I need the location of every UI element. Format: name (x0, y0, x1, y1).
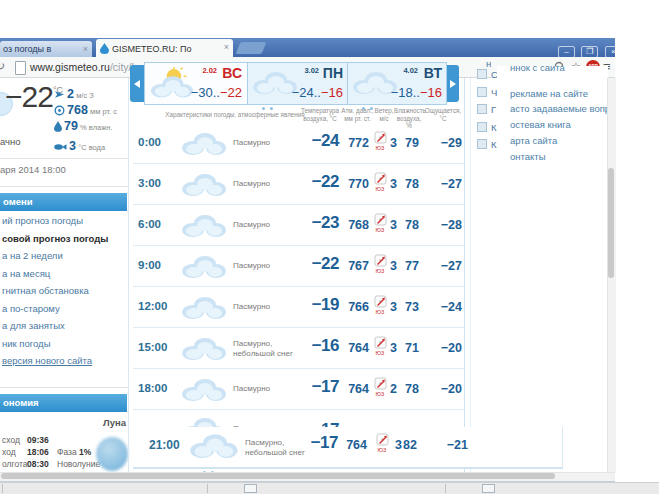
col-header-conditions: Характеристики погоды, атмосферные явлен… (160, 111, 310, 119)
desktop: оз погоды в × GISMETEO.RU: По × – ❐ × ↻ … (0, 0, 659, 494)
divider (464, 78, 465, 472)
wind-compass-icon (376, 433, 389, 446)
link-sitemap[interactable]: арта сайта (510, 135, 557, 146)
col-header-feels: Ощущается, °C (424, 107, 462, 122)
reload-icon[interactable]: ↻ (0, 59, 5, 73)
taskbar (0, 482, 659, 494)
current-pressure: 768 мм рт. с (54, 103, 117, 117)
forecast-row-1500: 15:00 Пасмурно, небольшой снег −16 764 Ю… (133, 328, 464, 369)
list-bullet-icon (477, 139, 487, 149)
sidebar-item-geomagnetic[interactable]: гнитная обстановка (2, 285, 108, 303)
list-bullet-icon (477, 87, 487, 97)
browser-tab-1[interactable]: оз погоды в × (0, 41, 92, 57)
horizontal-scrollbar-thumb[interactable] (1, 473, 555, 479)
day-abbr: ВТ (424, 65, 442, 81)
sidebar-item-hourly-forecast[interactable]: совой прогноз погоды (2, 233, 108, 251)
sidebar-item-2weeks[interactable]: а на 2 недели (2, 250, 108, 268)
wind-compass-icon (374, 336, 387, 349)
forecast-row-0300: 3:00 Пасмурно −22 770 ЮЗ 3 78 −27 (133, 164, 464, 205)
vertical-scrollbar-thumb[interactable] (608, 168, 614, 278)
cloud-icon (181, 376, 227, 402)
day-date: 2.02 (202, 66, 217, 75)
current-water: 3 °C вода (54, 139, 105, 153)
link-site-fragment[interactable]: ннок с сайта (510, 66, 565, 73)
col-header-humidity: Влажность воздуха, % (394, 107, 424, 130)
cloud-icon (181, 294, 227, 320)
link-faq[interactable]: асто задаваемые вопро (510, 103, 608, 114)
new-tab-button[interactable] (236, 42, 267, 54)
browser-tab-2-active[interactable]: GISMETEO.RU: По × (96, 39, 233, 57)
restore-button[interactable]: ❐ (581, 46, 598, 58)
sidebar-menu: ий прогноз погоды совой прогноз погоды а… (2, 215, 108, 373)
link-contacts[interactable]: онтакты (510, 151, 546, 162)
sidebar-item-month[interactable]: а на месяц (2, 268, 108, 286)
forecast-row-0600: 6:00 Пасмурно −23 768 ЮЗ 3 78 −28 (133, 205, 464, 246)
water-fish-icon (54, 143, 67, 151)
list-bullet-icon (477, 69, 487, 79)
astro-values: 09:3618:0608:30 (27, 434, 49, 470)
sun-cloud-icon (147, 67, 197, 99)
forecast-row-0900: 9:00 Пасмурно −22 767 ЮЗ 3 77 −27 (133, 246, 464, 287)
wind-compass-icon (374, 254, 387, 267)
current-wind: 2 м/с З (54, 87, 94, 101)
next-days-arrow-button[interactable] (447, 65, 459, 102)
gismeteo-favicon-drop-icon (100, 43, 109, 54)
day-date: 3.02 (304, 66, 319, 75)
site-links-panel: ннок с сайта рекламе на сайте асто задав… (497, 66, 608, 316)
forecast-row-1800: 18:00 Пасмурно −17 764 ЮЗ 2 78 −20 (133, 369, 464, 410)
page-icon (15, 61, 26, 75)
wind-compass-icon (374, 377, 387, 390)
sidebar-item-for-busy[interactable]: а для занятых (2, 320, 108, 338)
cloud-snow-icon (181, 335, 227, 361)
forecast-row-2100-overlay: 21:00 Пасмурно, небольшой снег −17 764 Ю… (133, 427, 563, 469)
day-card-tuesday[interactable]: 4.02 ВТ −18..−16 (348, 62, 447, 105)
sidebar-item-beta-new-site[interactable]: версия нового сайта (2, 355, 108, 373)
tab-label: GISMETEO.RU: По (112, 44, 191, 54)
sidebar-section-header-astronomy: ономия (0, 394, 127, 412)
current-humidity: 79 % влажн. (54, 119, 112, 133)
pressure-gauge-icon (54, 105, 65, 116)
taskbar-divider (207, 484, 208, 493)
divider (0, 158, 128, 159)
tab-close-icon[interactable]: × (83, 44, 88, 54)
browser-titlebar (0, 38, 615, 57)
wind-compass-icon (374, 172, 387, 185)
moon-phase: Фаза 1% Новолуние (57, 446, 100, 470)
moon-image (96, 437, 128, 471)
link-guestbook[interactable]: остевая книга (510, 119, 571, 130)
day-date: 4.02 (403, 66, 418, 75)
day-card-monday[interactable]: 3.02 ПН −24..−16 (248, 62, 348, 105)
day-card-sunday[interactable]: 2.02 ВС −30..−22 (144, 62, 248, 105)
sidebar-item-weather-diary[interactable]: ник погоды (2, 338, 108, 356)
divider (470, 78, 471, 472)
wind-compass-icon (374, 131, 387, 144)
prev-days-arrow-button[interactable] (130, 65, 144, 102)
cloud-icon (181, 171, 227, 197)
wind-compass-icon (374, 295, 387, 308)
divider (0, 186, 128, 187)
cloud-icon (181, 253, 227, 279)
wind-compass-icon (374, 213, 387, 226)
tab-label: оз погоды в (3, 44, 51, 54)
taskbar-window-button[interactable] (482, 484, 495, 493)
bg-menu-letters: С Ч Г К К (477, 69, 498, 157)
minimize-button[interactable]: – (558, 46, 575, 58)
close-button[interactable]: × (605, 46, 622, 58)
cloud-icon (181, 212, 227, 238)
divider (128, 78, 129, 472)
sidebar-item-old-style[interactable]: а по-старому (2, 303, 108, 321)
link-advertising[interactable]: рекламе на сайте (510, 88, 588, 99)
day-abbr: ПН (323, 65, 343, 81)
taskbar-window-button[interactable] (244, 484, 257, 493)
cloud-icon (181, 415, 227, 427)
wind-arrow-icon (54, 90, 65, 99)
forecast-row-2100-clipped: Пасмурно, небольшой снег −17 (133, 410, 464, 427)
list-bullet-icon (477, 104, 487, 114)
taskbar-divider (2, 484, 3, 493)
observation-time-fragment: аря 2014 18:00 (0, 164, 66, 175)
tab-close-icon[interactable]: × (224, 42, 229, 52)
cloud-snow-icon (188, 431, 240, 459)
humidity-drop-icon (54, 121, 62, 132)
sidebar-item-brief-forecast[interactable]: ий прогноз погоды (2, 215, 108, 233)
taskbar-divider (445, 484, 446, 493)
